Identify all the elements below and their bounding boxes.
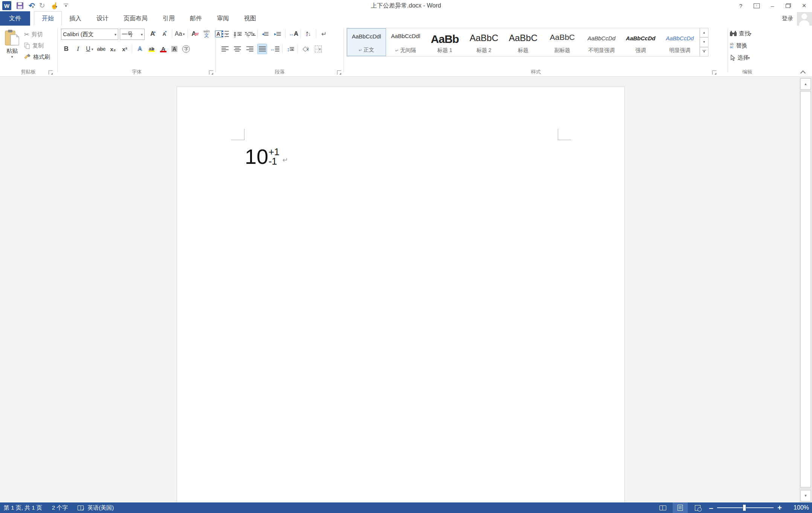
help-button[interactable]: ? [734,1,747,11]
chevron-down-icon[interactable]: ▾ [152,47,154,51]
subscript-button[interactable]: x₂ [108,44,118,54]
italic-button[interactable]: I [73,44,82,54]
chevron-down-icon[interactable]: ▾ [307,47,308,51]
close-button[interactable]: × [798,1,810,11]
strikethrough-button[interactable]: abc [97,44,106,54]
align-left-button[interactable] [220,44,230,54]
page-indicator[interactable]: 第 1 页, 共 1 页 [4,504,42,511]
paragraph-dialog-launcher-icon[interactable] [337,70,341,75]
scrollbar-up-button[interactable]: ▲ [800,78,811,90]
tab-review[interactable]: 审阅 [209,11,237,26]
increase-indent-button[interactable]: ▸ [273,29,282,39]
numbering-button[interactable]: 1 2 3 ▾ [232,29,242,39]
clipboard-dialog-launcher-icon[interactable] [49,70,53,75]
proofing-icon[interactable]: ✓ [78,505,84,510]
chevron-down-icon[interactable]: ▾ [139,47,141,51]
underline-button[interactable]: U▾ [85,44,94,54]
font-color-button[interactable]: A▾ [158,44,167,54]
shading-button[interactable]: ▾ [301,44,310,54]
styles-dialog-launcher-icon[interactable] [712,70,716,75]
chevron-down-icon[interactable]: ▾ [92,47,93,51]
zoom-slider[interactable] [717,507,774,508]
shrink-font-button[interactable]: A▾ [160,29,169,39]
style-emphasis[interactable]: AaBbCcDd 强调 [621,28,660,56]
justify-button[interactable] [257,44,267,54]
zoom-slider-handle[interactable] [743,504,746,511]
decrease-indent-button[interactable]: ◂ [260,29,270,39]
print-layout-button[interactable] [673,502,688,513]
chevron-down-icon[interactable]: ▾ [163,47,165,51]
style-intense-emphasis[interactable]: AaBbCcDd 明显强调 [660,28,699,56]
avatar[interactable] [797,12,812,26]
replace-button[interactable]: abac 替换 [730,40,747,51]
multilevel-list-button[interactable]: 1 a i ▾ [245,29,255,39]
style-heading1[interactable]: AaBb 标题 1 [425,28,464,56]
chevron-down-icon[interactable]: ▾ [295,32,297,36]
align-center-button[interactable] [232,44,242,54]
align-right-button[interactable] [245,44,255,54]
ribbon-display-options-button[interactable]: ↑ [750,1,763,11]
read-mode-button[interactable] [655,502,670,513]
tab-design[interactable]: 设计 [89,11,116,26]
scrollbar-down-button[interactable]: ▼ [800,490,811,501]
word-count[interactable]: 2 个字 [52,504,68,511]
line-spacing-button[interactable]: ↕▾ [285,44,295,54]
document-text-line[interactable]: 10 +1 -1 ↵ [245,144,288,169]
language-indicator[interactable]: 英语(美国) [87,504,114,511]
tab-insert[interactable]: 插入 [62,11,89,26]
gallery-scroll-down-button[interactable]: ▼ [700,37,708,47]
text-effects-button[interactable]: A▾ [135,44,144,54]
show-hide-marks-button[interactable]: ↵ [319,29,329,39]
document-page[interactable]: 10 +1 -1 ↵ [177,87,625,502]
font-dialog-launcher-icon[interactable] [209,70,213,75]
chevron-down-icon[interactable]: ▾ [114,32,116,37]
paste-button[interactable]: 粘贴 ▾ [2,29,22,70]
font-name-combo[interactable]: Calibri (西文 ▾ [61,29,118,40]
chevron-down-icon[interactable]: ▾ [291,47,293,51]
tab-home[interactable]: 开始 [34,11,62,26]
zoom-level[interactable]: 100% [789,504,809,511]
style-subtitle[interactable]: AaBbC 副标题 [543,28,582,56]
distribute-button[interactable]: ↔ [270,44,279,54]
find-button[interactable]: 查找 ▾ [730,28,751,39]
style-subtle-emphasis[interactable]: AaBbCcDd 不明显强调 [582,28,621,56]
chevron-down-icon[interactable]: ▾ [141,32,143,37]
bold-button[interactable]: B [62,44,71,54]
zoom-in-button[interactable]: + [776,504,783,512]
tab-page-layout[interactable]: 页面布局 [116,11,155,26]
style-heading2[interactable]: AaBbC 标题 2 [464,28,504,56]
asian-layout-button[interactable]: ↔A▾ [288,29,298,39]
chevron-down-icon[interactable]: ▾ [748,56,750,60]
font-size-combo[interactable]: 一号 ▾ [120,29,145,40]
style-title[interactable]: AaBbC 标题 [504,28,543,56]
clear-formatting-button[interactable]: A [191,29,200,39]
gallery-scroll-up-button[interactable]: ▲ [700,28,708,37]
enclose-characters-button[interactable]: 字 [182,44,191,54]
chevron-down-icon[interactable]: ▾ [253,32,255,36]
style-normal[interactable]: AaBbCcDdl ↵ 正文 [347,28,386,56]
chevron-down-icon[interactable]: ▾ [239,32,241,36]
collapse-ribbon-icon[interactable] [801,70,806,73]
chevron-down-icon[interactable]: ▾ [749,32,751,36]
scrollbar-thumb[interactable] [800,91,811,487]
restore-button[interactable] [782,1,795,11]
borders-button[interactable]: ▾ [313,44,323,54]
format-painter-button[interactable]: 格式刷 [24,52,50,62]
select-button[interactable]: 选择 ▾ [730,52,750,63]
style-no-spacing[interactable]: AaBbCcDdl ↵ 无间隔 [386,28,425,56]
bullets-button[interactable]: ▾ [220,29,230,39]
vertical-scrollbar[interactable]: ▲ ▼ [799,77,812,502]
chevron-down-icon[interactable]: ▾ [226,32,228,36]
sign-in-link[interactable]: 登录 [782,15,793,22]
zoom-out-button[interactable]: – [707,504,715,512]
web-layout-button[interactable] [690,502,705,513]
highlight-button[interactable]: ab▾ [147,44,156,54]
change-case-button[interactable]: Aa▾ [175,29,185,39]
grow-font-button[interactable]: A▴ [148,29,157,39]
cut-button[interactable]: ✂ 剪切 [24,29,43,39]
tab-mailings[interactable]: 邮件 [182,11,209,26]
tab-file[interactable]: 文件 [0,11,30,26]
tab-references[interactable]: 引用 [155,11,182,26]
superscript-button[interactable]: x² [120,44,129,54]
gallery-more-button[interactable]: ▼ [700,47,708,56]
